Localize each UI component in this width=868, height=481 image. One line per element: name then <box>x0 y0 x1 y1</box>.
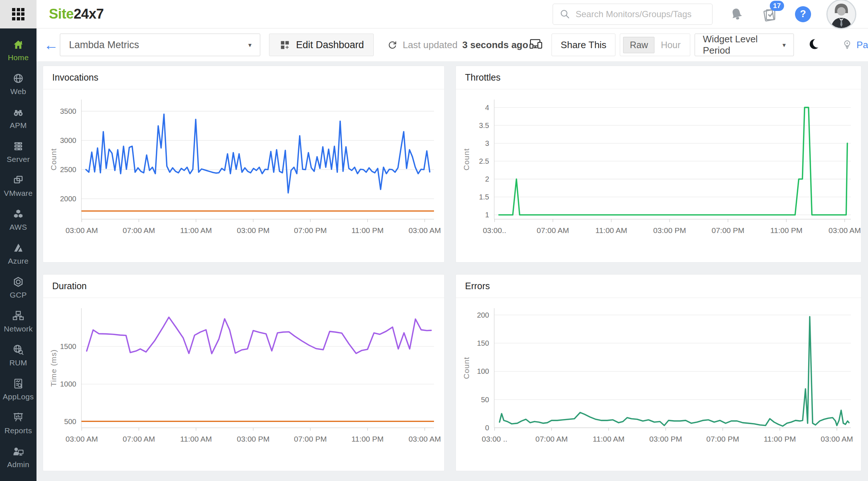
last-updated-prefix: Last updated <box>403 39 457 51</box>
sidebar-nav: Home Web APM Server VMware AWS Azure GC <box>0 28 37 481</box>
dashboard-selector[interactable]: Lambda Metrics ▼ <box>60 34 260 56</box>
svg-text:03:00 AM: 03:00 AM <box>829 226 861 234</box>
sidebar-item-azure[interactable]: Azure <box>0 236 37 270</box>
aws-icon <box>12 207 25 221</box>
sidebar-item-web[interactable]: Web <box>0 67 37 101</box>
svg-text:0: 0 <box>485 424 489 432</box>
search-input[interactable] <box>576 9 706 19</box>
svg-text:11:00 AM: 11:00 AM <box>180 226 212 234</box>
global-search[interactable] <box>553 4 713 25</box>
widget-duration: Duration 5001000150003:00 AM07:00 AM11:0… <box>43 274 445 471</box>
dashboard-name: Lambda Metrics <box>69 39 247 51</box>
rum-globe-magnifier-icon <box>12 343 25 356</box>
svg-text:07:00 AM: 07:00 AM <box>123 435 155 443</box>
sidebar-item-label: Home <box>8 53 28 62</box>
svg-text:11:00 PM: 11:00 PM <box>352 226 384 234</box>
widget-level-period-selector[interactable]: Widget Level Period ▼ <box>695 34 794 56</box>
sidebar-item-label: AppLogs <box>3 392 34 401</box>
svg-text:2: 2 <box>485 175 489 183</box>
chevron-down-icon: ▼ <box>781 42 787 48</box>
svg-text:2000: 2000 <box>60 195 77 203</box>
task-count-badge: 17 <box>770 1 784 11</box>
sidebar-item-apm[interactable]: APM <box>0 101 37 135</box>
svg-text:07:00 AM: 07:00 AM <box>537 226 569 234</box>
sidebar-item-vmware[interactable]: VMware <box>0 168 37 202</box>
svg-text:07:00 PM: 07:00 PM <box>294 226 327 234</box>
sidebar-item-aws[interactable]: AWS <box>0 202 37 236</box>
widget-throttles: Throttles 11.522.533.5403:00..07:00 AM11… <box>456 66 861 263</box>
svg-text:4: 4 <box>485 104 489 112</box>
sidebar-item-label: RUM <box>9 358 27 367</box>
site24x7-logo: Site24x7 <box>49 6 104 22</box>
svg-text:Count: Count <box>49 148 58 170</box>
widget-grid: Invocations 200025003000350003:00 AM07:0… <box>43 66 861 471</box>
svg-text:11:00 PM: 11:00 PM <box>770 226 802 234</box>
edit-dashboard-button[interactable]: Edit Dashboard <box>269 34 374 56</box>
last-updated-value: 3 seconds ago <box>462 39 528 51</box>
widget-title: Duration <box>52 281 87 291</box>
svg-text:150: 150 <box>477 339 489 347</box>
svg-text:03:00 AM: 03:00 AM <box>408 226 441 234</box>
app-launcher-button[interactable] <box>0 0 37 28</box>
svg-text:03:00 PM: 03:00 PM <box>237 435 270 443</box>
svg-text:11:00 AM: 11:00 AM <box>180 435 212 443</box>
toggle-raw[interactable]: Raw <box>623 37 654 53</box>
svg-text:03:00..: 03:00.. <box>483 226 506 234</box>
sidebar-item-admin[interactable]: Admin <box>0 440 37 474</box>
svg-text:100: 100 <box>477 367 489 375</box>
svg-text:2500: 2500 <box>60 166 77 174</box>
refresh-icon[interactable] <box>387 39 398 50</box>
share-this-button[interactable]: Share This <box>552 34 615 56</box>
svg-text:3.5: 3.5 <box>479 121 489 129</box>
device-view-button[interactable] <box>528 36 544 53</box>
sidebar-item-rum[interactable]: RUM <box>0 338 37 372</box>
svg-text:3: 3 <box>485 139 489 147</box>
svg-text:11:00 PM: 11:00 PM <box>352 435 384 443</box>
logo-prefix: Site <box>49 6 74 22</box>
help-button[interactable]: ? <box>795 6 811 22</box>
sidebar-item-gcp[interactable]: GCP <box>0 270 37 304</box>
sidebar-item-server[interactable]: Server <box>0 135 37 168</box>
home-icon <box>12 38 25 51</box>
dashboard-content: Invocations 200025003000350003:00 AM07:0… <box>37 61 868 481</box>
sidebar-item-network[interactable]: Network <box>0 304 37 338</box>
server-stack-icon <box>12 140 25 153</box>
back-button[interactable]: ← <box>44 38 60 52</box>
sidebar-item-home[interactable]: Home <box>0 33 37 67</box>
admin-icon <box>12 445 25 458</box>
svg-text:50: 50 <box>481 396 489 404</box>
svg-text:07:00 PM: 07:00 PM <box>706 435 739 443</box>
svg-text:03:00 PM: 03:00 PM <box>653 226 686 234</box>
dashboard-toolbar: ← Lambda Metrics ▼ Edit Dashboard Last u… <box>37 28 868 61</box>
avatar-icon <box>826 0 856 29</box>
errors-chart: 05010015020003:00 ..07:00 AM11:00 AM03:0… <box>456 298 861 471</box>
svg-text:1.5: 1.5 <box>479 193 489 201</box>
pending-tasks-button[interactable]: 17 <box>761 6 778 23</box>
dark-mode-toggle[interactable] <box>808 37 822 53</box>
svg-text:07:00 PM: 07:00 PM <box>294 435 327 443</box>
sidebar-item-label: Server <box>7 155 30 164</box>
binoculars-icon <box>12 106 25 119</box>
edit-dashboard-label: Edit Dashboard <box>296 39 364 51</box>
sidebar-item-reports[interactable]: Reports <box>0 406 37 440</box>
sidebar-item-label: APM <box>10 121 27 130</box>
bell-icon <box>729 6 745 22</box>
svg-text:03:00 PM: 03:00 PM <box>649 435 682 443</box>
toggle-hour[interactable]: Hour <box>654 37 687 53</box>
sidebar-item-applogs[interactable]: AppLogs <box>0 372 37 406</box>
notifications-bell-button[interactable] <box>729 6 745 22</box>
page-tips-button[interactable]: Page Tips <box>841 39 868 51</box>
widget-invocations: Invocations 200025003000350003:00 AM07:0… <box>43 66 445 263</box>
user-avatar[interactable] <box>826 0 856 29</box>
lightbulb-icon <box>841 39 853 51</box>
throttles-chart: 11.522.533.5403:00..07:00 AM11:00 AM03:0… <box>456 89 861 262</box>
widget-header: Errors <box>456 275 861 298</box>
reports-icon <box>12 411 25 424</box>
widget-header: Invocations <box>43 66 444 89</box>
widget-title: Throttles <box>465 72 500 83</box>
question-mark-icon: ? <box>795 6 811 22</box>
svg-text:Count: Count <box>462 148 471 170</box>
logo-suffix: 24x7 <box>74 6 104 22</box>
invocations-chart: 200025003000350003:00 AM07:00 AM11:00 AM… <box>43 89 444 262</box>
svg-text:03:00 AM: 03:00 AM <box>821 435 853 443</box>
